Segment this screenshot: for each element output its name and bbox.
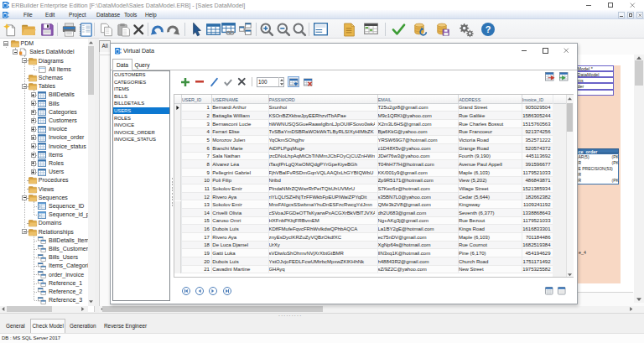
- svg-text:?: ?: [486, 24, 491, 34]
